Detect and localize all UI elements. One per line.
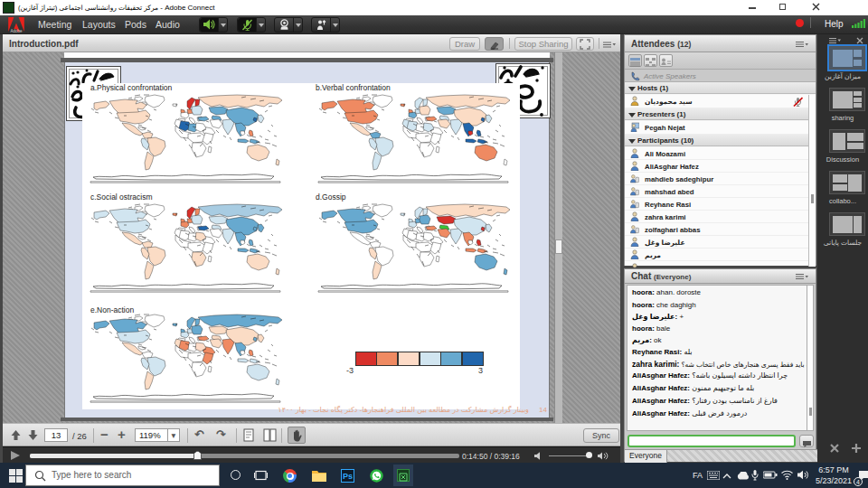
svg-text:Adobe: Adobe [10,29,23,33]
